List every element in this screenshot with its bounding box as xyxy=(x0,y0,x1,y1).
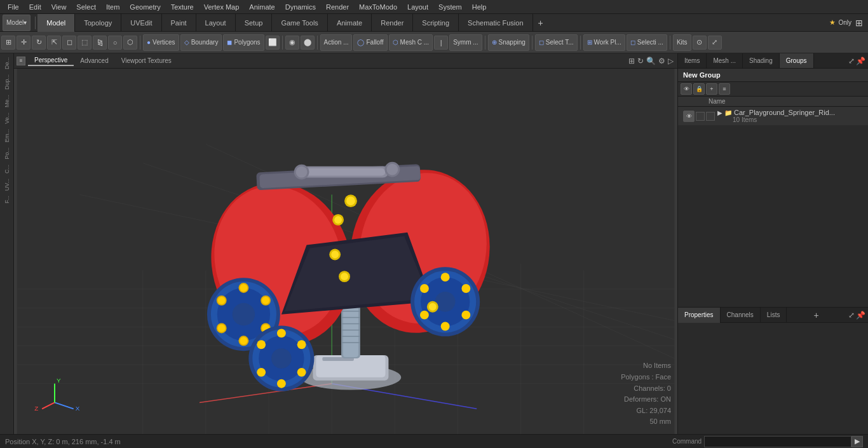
toolbar-eye-icon[interactable]: ◉ xyxy=(285,36,299,50)
toolbar-polygons-btn[interactable]: ◼Polygons xyxy=(223,34,264,51)
vp-maximize-icon[interactable]: ⊞ xyxy=(628,57,635,65)
toolbar-action-btn[interactable]: Action ... xyxy=(320,34,353,51)
command-input[interactable] xyxy=(704,436,851,447)
svg-point-86 xyxy=(334,216,342,224)
menu-render[interactable]: Render xyxy=(321,2,354,12)
viewport-menu-icon[interactable]: ≡ xyxy=(17,57,25,65)
tab-render[interactable]: Render xyxy=(372,14,413,32)
vp-search-icon[interactable]: 🔍 xyxy=(646,57,656,65)
tab-paint[interactable]: Paint xyxy=(162,14,196,32)
prop-expand-icon[interactable]: ⤢ xyxy=(848,311,855,320)
layouts-dropdown[interactable]: Model ▾ xyxy=(3,15,31,31)
menu-layout[interactable]: Layout xyxy=(402,2,433,12)
toolbar-fullscreen-icon[interactable]: ⤢ xyxy=(708,36,722,50)
toolbar-vertices-btn[interactable]: ●Vertices xyxy=(143,34,179,51)
menu-edit[interactable]: Edit xyxy=(24,2,46,12)
rp-tab-mesh[interactable]: Mesh ... xyxy=(707,53,743,68)
tab-add-button[interactable]: + xyxy=(533,15,548,31)
prop-tab-properties[interactable]: Properties xyxy=(678,308,721,323)
menu-geometry[interactable]: Geometry xyxy=(125,2,165,12)
tab-topology[interactable]: Topology xyxy=(75,14,121,32)
expand-icon[interactable]: ⊞ xyxy=(855,18,863,28)
menu-file[interactable]: File xyxy=(3,2,24,12)
tab-scripting[interactable]: Scripting xyxy=(413,14,459,32)
vp-refresh-icon[interactable]: ↻ xyxy=(637,57,644,65)
toolbar-circle-icon[interactable]: ○ xyxy=(108,36,122,50)
group-toggle1[interactable] xyxy=(696,112,705,121)
vp-settings-icon[interactable]: ⚙ xyxy=(658,57,665,65)
tab-schematic-fusion[interactable]: Schematic Fusion xyxy=(459,14,532,32)
tab-setup[interactable]: Setup xyxy=(236,14,273,32)
groups-add-btn[interactable]: + xyxy=(706,83,717,95)
menu-system[interactable]: System xyxy=(433,2,467,12)
toolbar-mirror-icon[interactable]: ⧎ xyxy=(93,36,107,50)
sidebar-item-ve[interactable]: Ve... xyxy=(4,110,10,126)
viewport-area: ≡ Perspective Advanced Viewport Textures… xyxy=(14,53,677,434)
toolbar-scale-icon[interactable]: ⇱ xyxy=(47,36,61,50)
toolbar-extra-icon[interactable]: ⬜ xyxy=(266,36,280,50)
sidebar-item-me[interactable]: Me... xyxy=(4,92,10,110)
toolbar-select-t-btn[interactable]: ◻Select T... xyxy=(535,34,578,51)
sidebar-item-de[interactable]: De... xyxy=(4,55,10,72)
sidebar-item-po[interactable]: Po... xyxy=(4,145,10,162)
sidebar-item-em[interactable]: Em... xyxy=(4,126,10,145)
toolbar-boundary-btn[interactable]: ◇Boundary xyxy=(180,34,222,51)
group-eye-toggle[interactable]: 👁 xyxy=(683,111,695,122)
prop-add-button[interactable]: + xyxy=(809,310,824,320)
menu-texture[interactable]: Texture xyxy=(166,2,199,12)
toolbar-snapping-btn[interactable]: ⊕Snapping xyxy=(488,34,529,51)
menu-maxtomodo[interactable]: MaxToModo xyxy=(354,2,402,12)
toolbar-workpl-btn[interactable]: ⊞Work Pl... xyxy=(583,34,625,51)
toolbar-shield-icon[interactable]: ⬡ xyxy=(123,36,137,50)
rp-tab-groups[interactable]: Groups xyxy=(780,53,814,68)
toolbar-kits-btn[interactable]: Kits xyxy=(673,34,691,51)
vp-tab-advanced[interactable]: Advanced xyxy=(74,56,114,65)
vp-tab-perspective[interactable]: Perspective xyxy=(28,55,74,66)
toolbar-line-icon[interactable]: | xyxy=(434,36,448,50)
toolbar-selecti-btn[interactable]: ◻Selecti ... xyxy=(627,34,667,51)
prop-tab-lists[interactable]: Lists xyxy=(761,308,787,323)
sidebar-item-c[interactable]: C... xyxy=(4,162,10,176)
menu-view[interactable]: View xyxy=(46,2,72,12)
sidebar-item-f[interactable]: F... xyxy=(4,193,10,206)
toolbar-sphere-icon[interactable]: ⬤ xyxy=(301,36,315,50)
menu-item[interactable]: Item xyxy=(101,2,125,12)
toolbar-rotate-icon[interactable]: ↻ xyxy=(32,36,46,50)
groups-misc-btn[interactable]: ≡ xyxy=(719,83,730,95)
toolbar-select-icon[interactable]: ◻ xyxy=(62,36,76,50)
toolbar-grid-icon[interactable]: ⊞ xyxy=(1,36,15,50)
toolbar-move-icon[interactable]: ✛ xyxy=(17,36,31,50)
menu-animate[interactable]: Animate xyxy=(244,2,280,12)
groups-lock-btn[interactable]: 🔒 xyxy=(693,83,705,95)
group-expand-icon[interactable]: ▶ xyxy=(717,109,722,116)
sidebar-item-dup[interactable]: Dup... xyxy=(4,72,10,92)
rp-tab-shading[interactable]: Shading xyxy=(743,53,780,68)
viewport-canvas[interactable]: X Z Y No Items Polygons : Face Channels:… xyxy=(14,69,677,434)
rp-expand-icon[interactable]: ⤢ xyxy=(848,57,855,65)
menu-dynamics[interactable]: Dynamics xyxy=(280,2,321,12)
menu-vertex-map[interactable]: Vertex Map xyxy=(199,2,245,12)
vp-tab-viewport-textures[interactable]: Viewport Textures xyxy=(115,56,178,65)
toolbar-symm-btn[interactable]: Symm ... xyxy=(449,34,482,51)
tab-animate[interactable]: Animate xyxy=(328,14,372,32)
toolbar-falloff-btn[interactable]: ◯Falloff xyxy=(353,34,387,51)
command-submit-btn[interactable]: ▶ xyxy=(851,436,863,447)
tab-layout[interactable]: Layout xyxy=(196,14,236,32)
tab-uvedit[interactable]: UVEdit xyxy=(121,14,161,32)
sidebar-item-uv[interactable]: UV... xyxy=(4,176,10,193)
prop-tab-channels[interactable]: Channels xyxy=(721,308,761,323)
tab-game-tools[interactable]: Game Tools xyxy=(272,14,328,32)
rp-pin-icon[interactable]: 📌 xyxy=(856,57,865,65)
group-item[interactable]: 👁 ▶ 📁 Car_Playground_Springer_Rid... 10 … xyxy=(678,107,868,125)
prop-pin-icon[interactable]: 📌 xyxy=(856,311,865,320)
tab-model[interactable]: Model xyxy=(37,14,75,32)
toolbar-transform-icon[interactable]: ⬚ xyxy=(78,36,92,50)
menu-select[interactable]: Select xyxy=(71,2,101,12)
menu-help[interactable]: Help xyxy=(467,2,492,12)
group-toggle2[interactable] xyxy=(706,112,715,121)
vp-expand-icon[interactable]: ▷ xyxy=(668,57,674,65)
toolbar-camera-icon[interactable]: ⊙ xyxy=(693,36,707,50)
rp-tab-items[interactable]: Items xyxy=(678,53,707,68)
toolbar-meshc-btn[interactable]: ⬡Mesh C ... xyxy=(389,34,433,51)
groups-eye-btn[interactable]: 👁 xyxy=(681,83,692,95)
